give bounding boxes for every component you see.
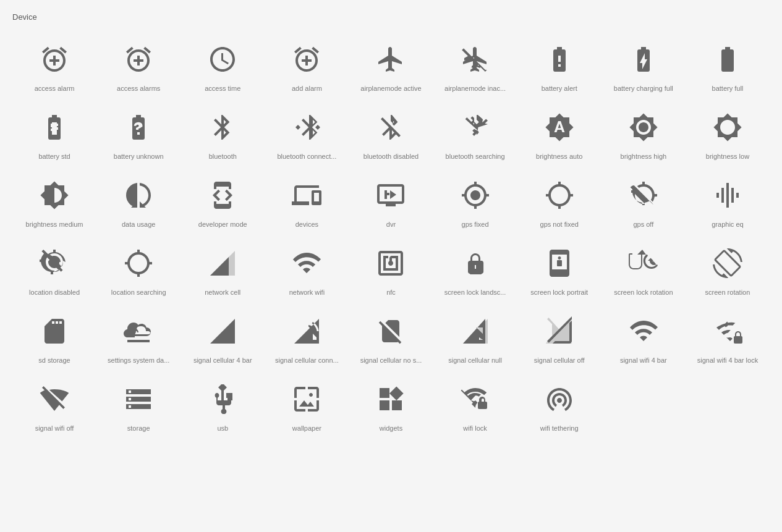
icon-wallpaper: wallpaper [265,374,349,442]
icon-widgets: widgets [349,374,433,442]
section-title: Device [12,12,770,22]
icon-gps-fixed: gps fixed [433,170,517,238]
icon-usb: usb [181,374,265,442]
icon-wifi-tethering: wifi tethering [517,374,601,442]
icon-battery-unknown: battery unknown [96,102,181,170]
icon-brightness-auto: brightness auto [517,102,601,170]
icon-bluetooth-connected: bluetooth connect... [265,102,349,170]
icon-gps-not-fixed: gps not fixed [517,170,601,238]
icon-sd-storage: sd storage [12,306,96,374]
icon-bluetooth-disabled: bluetooth disabled [349,102,433,170]
icon-signal-wifi-4bar: signal wifi 4 bar [601,306,686,374]
icon-add-alarm: add alarm [265,34,349,102]
icon-dvr: dvr [349,170,433,238]
icon-signal-cellular-no-sim: signal cellular no s... [349,306,433,374]
icon-location-searching: location searching [96,238,181,306]
icon-location-disabled: location disabled [12,238,96,306]
icon-screen-lock-rotation: screen lock rotation [601,238,686,306]
icon-airplanemode-active: airplanemode active [349,34,433,102]
icon-graphic-eq: graphic eq [686,170,770,238]
icon-signal-cellular-off: signal cellular off [517,306,601,374]
icon-battery-charging-full: battery charging full [601,34,686,102]
icon-grid: access alarm access alarms access time a… [12,34,770,442]
icon-gps-off: gps off [601,170,686,238]
icon-wifi-lock: wifi lock [433,374,517,442]
icon-bluetooth: bluetooth [181,102,265,170]
icon-brightness-low: brightness low [686,102,770,170]
icon-access-alarms: access alarms [96,34,181,102]
icon-signal-wifi-4bar-lock: signal wifi 4 bar lock [686,306,770,374]
icon-devices: devices [265,170,349,238]
icon-settings-system-daydream: settings system da... [96,306,181,374]
icon-access-alarm: access alarm [12,34,96,102]
icon-nfc: nfc [349,238,433,306]
icon-bluetooth-searching: bluetooth searching [433,102,517,170]
icon-signal-cellular-connected: signal cellular conn... [265,306,349,374]
icon-brightness-high: brightness high [601,102,686,170]
icon-screen-lock-portrait: screen lock portrait [517,238,601,306]
icon-battery-std: battery std [12,102,96,170]
icon-storage: storage [96,374,181,442]
icon-network-cell: network cell [181,238,265,306]
icon-battery-full: battery full [686,34,770,102]
icon-data-usage: data usage [96,170,181,238]
icon-network-wifi: network wifi [265,238,349,306]
icon-signal-wifi-off: signal wifi off [12,374,96,442]
icon-signal-cellular-null: signal cellular null [433,306,517,374]
icon-brightness-medium: brightness medium [12,170,96,238]
icon-battery-alert: battery alert [517,34,601,102]
icon-access-time: access time [181,34,265,102]
icon-screen-rotation: screen rotation [686,238,770,306]
icon-developer-mode: developer mode [181,170,265,238]
icon-airplanemode-inactive: airplanemode inac... [433,34,517,102]
icon-screen-lock-landscape: screen lock landsc... [433,238,517,306]
icon-signal-cellular-4bar: signal cellular 4 bar [181,306,265,374]
